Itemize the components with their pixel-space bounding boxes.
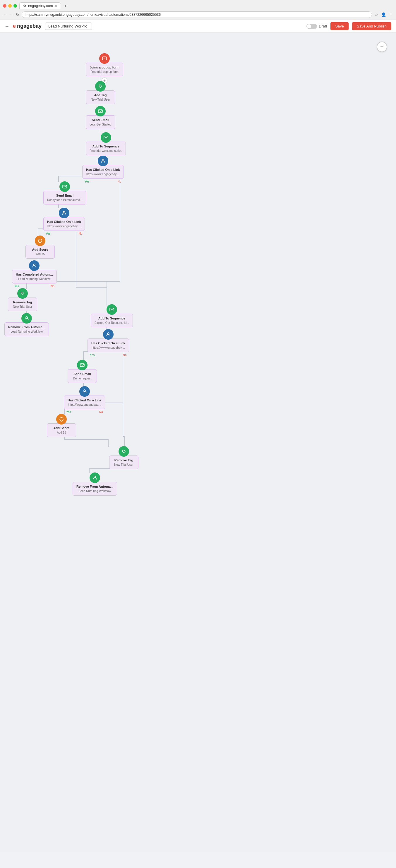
completed-automation-1-subtitle: Lead Nurturing Workflow	[16, 277, 53, 281]
remove-tag-left-title: Remove Tag	[12, 300, 33, 304]
workflow-canvas: +	[0, 33, 396, 852]
no-label-4: No	[123, 353, 127, 356]
node-send-email-ready[interactable]: Send Email Ready for a Personalized...	[43, 181, 86, 205]
minimize-button[interactable]	[8, 4, 12, 8]
node-add-tag-new-trial[interactable]: Add Tag New Trial User	[86, 81, 115, 104]
remove-autom-2-subtitle: Lead Nurturing Workflow	[77, 489, 113, 493]
svg-point-23	[84, 390, 86, 392]
svg-rect-13	[104, 136, 108, 139]
svg-point-24	[123, 451, 123, 451]
add-sequence-2-title: Add To Sequence	[95, 316, 129, 320]
remove-autom-1-icon	[21, 313, 32, 323]
send-email-3-title: Send Email	[71, 372, 93, 376]
menu-icon[interactable]: ⋮	[389, 12, 393, 17]
remove-tag-trial-box[interactable]: Remove Tag New Trial User	[109, 456, 139, 469]
tab-close-icon[interactable]: ✕	[55, 4, 57, 8]
svg-point-21	[108, 333, 109, 334]
popup-form-box[interactable]: Joins a popup form Free trial pop up for…	[86, 63, 123, 76]
save-publish-button[interactable]: Save And Publish	[352, 22, 391, 30]
svg-rect-20	[110, 308, 114, 311]
node-remove-tag-new-trial-left[interactable]: Remove Tag New Trial User	[8, 288, 37, 311]
account-icon[interactable]: 👤	[381, 12, 386, 17]
add-score-1-box[interactable]: Add Score Add 15	[26, 245, 55, 259]
clicked-link-3-icon	[103, 329, 114, 340]
node-remove-from-autom-2[interactable]: Remove From Automa... Lead Nurturing Wor…	[72, 472, 117, 496]
node-send-email-lets-started[interactable]: Send Email Let's Get Started	[86, 106, 115, 129]
clicked-link-4-title: Has Clicked On a Link	[68, 398, 101, 402]
draft-label: Draft	[319, 24, 327, 28]
no-label-3: No	[51, 285, 55, 288]
add-tag-new-trial-box[interactable]: Add Tag New Trial User	[86, 90, 115, 104]
node-remove-tag-trial-user[interactable]: Remove Tag New Trial User	[109, 446, 139, 469]
draft-toggle-switch[interactable]	[306, 24, 317, 29]
clicked-link-1-box[interactable]: Has Clicked On a Link https://www.engage…	[82, 165, 124, 179]
save-button[interactable]: Save	[330, 22, 348, 30]
send-email-1-box[interactable]: Send Email Let's Get Started	[86, 115, 115, 129]
remove-autom-1-box[interactable]: Remove From Automa... Lead Nurturing Wor…	[4, 322, 49, 336]
maximize-button[interactable]	[13, 4, 17, 8]
new-tab-button[interactable]: +	[64, 3, 67, 8]
node-send-email-demo[interactable]: Send Email Demo request	[68, 360, 97, 383]
completed-automation-1-box[interactable]: Has Completed Autom... Lead Nurturing Wo…	[12, 270, 57, 283]
clicked-link-2-url: https://www.engagebay....	[47, 224, 81, 228]
back-nav-button[interactable]: ←	[3, 12, 7, 17]
refresh-nav-button[interactable]: ↻	[16, 12, 19, 17]
send-email-3-subtitle: Demo request	[71, 376, 93, 380]
close-button[interactable]	[3, 4, 6, 8]
clicked-link-2-box[interactable]: Has Clicked On a Link https://www.engage…	[43, 217, 85, 231]
node-add-sequence-explore[interactable]: Add To Sequence Explore Our Resource Li.…	[91, 304, 133, 328]
node-clicked-link-1[interactable]: Has Clicked On a Link https://www.engage…	[82, 156, 124, 183]
node-popup-form[interactable]: Joins a popup form Free trial pop up for…	[86, 53, 123, 83]
node-completed-automation-1[interactable]: Has Completed Autom... Lead Nurturing Wo…	[12, 260, 57, 288]
back-button[interactable]: ←	[5, 24, 9, 29]
clicked-link-2-icon	[59, 208, 69, 218]
add-sequence-2-box[interactable]: Add To Sequence Explore Our Resource Li.…	[91, 314, 133, 328]
add-sequence-2-icon	[106, 304, 117, 315]
completed-automation-1-title: Has Completed Autom...	[16, 272, 53, 276]
remove-tag-trial-title: Remove Tag	[113, 458, 134, 462]
browser-addressbar: ← → ↻ https://sammymugambi.engagebay.com…	[0, 10, 396, 20]
svg-point-25	[94, 476, 96, 478]
send-email-2-subtitle: Ready for a Personalized...	[47, 198, 83, 202]
browser-tab[interactable]: ⚙ engagebay.com ✕	[19, 2, 61, 9]
send-email-2-icon	[59, 181, 70, 192]
no-label-5: No	[99, 410, 103, 414]
draft-toggle: Draft	[306, 24, 327, 29]
remove-tag-left-subtitle: New Trial User	[12, 305, 33, 309]
remove-autom-2-icon	[90, 472, 100, 483]
logo-icon: e	[13, 23, 16, 29]
remove-autom-1-subtitle: Lead Nurturing Workflow	[8, 330, 45, 334]
add-score-1-subtitle: Add 15	[29, 252, 51, 256]
canvas-add-button[interactable]: +	[377, 41, 387, 52]
traffic-lights	[3, 4, 17, 8]
remove-autom-2-box[interactable]: Remove From Automa... Lead Nurturing Wor…	[72, 482, 117, 496]
add-score-2-title: Add Score	[51, 426, 72, 430]
add-score-1-icon	[35, 236, 45, 246]
node-clicked-link-2[interactable]: Has Clicked On a Link https://www.engage…	[43, 208, 85, 235]
clicked-link-1-url: https://www.engagebay....	[86, 172, 120, 176]
clicked-link-4-box[interactable]: Has Clicked On a Link https://www.engage…	[64, 396, 105, 409]
yes-label-5: Yes	[66, 410, 71, 414]
clicked-link-3-box[interactable]: Has Clicked On a Link https://www.engage…	[88, 339, 129, 352]
remove-autom-2-title: Remove From Automa...	[77, 485, 113, 489]
send-email-3-box[interactable]: Send Email Demo request	[68, 369, 97, 383]
forward-nav-button[interactable]: →	[9, 12, 13, 17]
node-add-score-2[interactable]: Add Score Add 15	[47, 414, 76, 437]
node-remove-from-autom-1[interactable]: Remove From Automa... Lead Nurturing Wor…	[4, 313, 49, 336]
address-bar[interactable]: https://sammymugambi.engagebay.com/home#…	[22, 11, 372, 18]
workflow-title-input[interactable]	[45, 23, 92, 30]
node-add-sequence-free-trial[interactable]: Add To Sequence Free trial welcome serie…	[86, 132, 126, 155]
node-clicked-link-3[interactable]: Has Clicked On a Link https://www.engage…	[88, 329, 129, 356]
clicked-link-3-branches: Yes No	[88, 353, 129, 356]
add-score-2-box[interactable]: Add Score Add 15	[47, 423, 76, 437]
popup-form-title: Joins a popup form	[90, 65, 119, 69]
node-clicked-link-4[interactable]: Has Clicked On a Link https://www.engage…	[64, 386, 105, 414]
bookmark-icon[interactable]: ☆	[374, 12, 378, 17]
add-sequence-1-box[interactable]: Add To Sequence Free trial welcome serie…	[86, 142, 126, 155]
send-email-2-box[interactable]: Send Email Ready for a Personalized...	[43, 191, 86, 205]
remove-tag-left-box[interactable]: Remove Tag New Trial User	[8, 298, 37, 311]
add-score-2-icon	[56, 414, 67, 425]
send-email-3-icon	[77, 360, 88, 370]
clicked-link-3-url: https://www.engagebay....	[91, 346, 125, 350]
node-add-score-1[interactable]: Add Score Add 15	[26, 236, 55, 259]
